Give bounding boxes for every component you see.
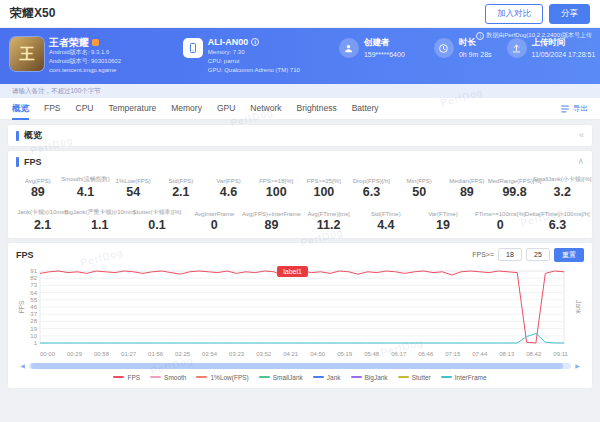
device-info-icon[interactable]: i	[251, 38, 259, 46]
device-meta: ALI-AN00 i Memory: 7.30 CPU: parrot GPU:…	[208, 37, 300, 75]
x-axis-tick: 00:00	[40, 351, 55, 360]
metric-value: 2.1	[157, 185, 205, 199]
svg-text:28: 28	[30, 318, 37, 324]
tab-memory[interactable]: Memory	[171, 98, 202, 120]
fps-metrics-row-1: Avg(FPS)89Smooth(流畅指数)4.11%Low(FPS)54Std…	[8, 172, 592, 205]
upload-source-note: i 数据由PerfDog(10.2.2.2400)版本号上传	[476, 31, 592, 40]
metric-label: Avg(FTime)[ms]	[300, 205, 357, 217]
legend-item-FPS[interactable]: FPS	[113, 374, 140, 381]
scrollbar-track[interactable]	[29, 363, 571, 369]
legend-item-SmallJank[interactable]: SmallJank	[259, 374, 303, 381]
game-platform-badge-icon	[92, 39, 99, 46]
scroll-left-icon[interactable]: ◀	[18, 362, 27, 369]
metric-value: 100	[300, 185, 348, 199]
svg-text:91: 91	[30, 268, 37, 274]
fps-range-label: FPS>=	[472, 251, 494, 258]
overview-section: 概览 «	[8, 125, 592, 146]
metric-label: FPS>=18[%]	[252, 172, 300, 184]
x-axis-tick: 00:29	[67, 351, 82, 360]
metric-label: MedRange(FPS)[%]	[491, 172, 539, 184]
metric-value: 89	[443, 185, 491, 199]
metric-label: SmallJank(小卡顿)[%]	[538, 172, 586, 184]
fps-chart-title: FPS	[16, 250, 34, 260]
legend-marker	[259, 376, 270, 378]
metric-Avg(FPS): Avg(FPS)89	[14, 172, 62, 199]
metric-Var(FTime): Var(FTime)19	[414, 205, 471, 232]
legend-label: 1%Low(FPS)	[210, 374, 248, 381]
scrollbar-thumb[interactable]	[31, 363, 563, 369]
scroll-right-icon[interactable]: ▶	[573, 362, 582, 369]
metric-Avg(FPS)+InterFrame: Avg(FPS)+InterFrame89	[243, 205, 300, 232]
legend-marker	[113, 376, 124, 378]
game-name: 王者荣耀	[49, 37, 89, 48]
info-banner: i 数据由PerfDog(10.2.2.2400)版本号上传 王 王者荣耀 An…	[0, 28, 600, 84]
clock-icon	[434, 38, 454, 58]
compare-button[interactable]: 加入对比	[485, 4, 543, 24]
metric-FTime>=100ms[%]: FTime>=100ms[%]0	[472, 205, 529, 232]
device-model-row: ALI-AN00 i	[208, 37, 300, 48]
metric-label: Std(FPS)	[157, 172, 205, 184]
main-content: 概览 « FPS ∧ Avg(FPS)89Smooth(流畅指数)4.11%Lo…	[0, 120, 600, 392]
metric-Stutter(卡顿率)[%]: Stutter(卡顿率)[%]0.1	[128, 205, 185, 232]
chart-x-axis: 00:0000:2900:5801:2701:5602:2502:5403:23…	[16, 351, 584, 360]
share-button[interactable]: 分享	[549, 4, 590, 24]
chart-legend: FPSSmooth1%Low(FPS)SmallJankJankBigJankS…	[16, 370, 584, 384]
collapse-fps-icon[interactable]: ∧	[577, 157, 584, 166]
legend-label: FPS	[127, 374, 140, 381]
tab-battery[interactable]: Battery	[352, 98, 379, 120]
metric-label: Median(FPS)	[443, 172, 491, 184]
collapse-all-icon[interactable]: «	[579, 131, 584, 140]
x-axis-tick: 03:23	[229, 351, 244, 360]
creator-meta: 创建者 159*****6400	[364, 37, 405, 58]
legend-label: InterFrame	[455, 374, 487, 381]
metric-label: Min(FPS)	[395, 172, 443, 184]
fps-metrics-header: FPS ∧	[8, 151, 592, 172]
x-axis-tick: 04:50	[310, 351, 325, 360]
phone-icon	[183, 38, 203, 58]
svg-text:19: 19	[30, 326, 37, 332]
game-icon: 王	[10, 37, 44, 71]
upload-icon	[507, 38, 527, 58]
metric-FPS>=18[%]: FPS>=18[%]100	[252, 172, 300, 199]
chart-scrollbar[interactable]: ◀ ▶	[18, 361, 582, 370]
metric-value: 100	[252, 185, 300, 199]
fps-chart-plot[interactable]: 918273645546372819101FPSJank label1	[16, 263, 584, 351]
legend-item-Stutter[interactable]: Stutter	[398, 374, 431, 381]
metric-FPS>=25[%]: FPS>=25[%]100	[300, 172, 348, 199]
export-button[interactable]: 导出	[560, 104, 588, 114]
tab-cpu[interactable]: CPU	[76, 98, 94, 120]
fps-metrics-title: FPS	[24, 157, 42, 167]
x-axis-tick: 02:25	[175, 351, 190, 360]
tab-overview[interactable]: 概览	[12, 98, 29, 120]
svg-text:Jank: Jank	[575, 300, 582, 314]
metric-label: 1%Low(FPS)	[109, 172, 157, 184]
fps-high-input[interactable]	[526, 248, 550, 261]
info-icon: i	[476, 32, 484, 40]
tab-temperature[interactable]: Temperature	[108, 98, 156, 120]
metric-SmallJank(小卡顿)[%]: SmallJank(小卡顿)[%]3.2	[538, 172, 586, 199]
tab-brightness[interactable]: Brightness	[297, 98, 337, 120]
fps-metrics-row-2: Jank(卡顿)(/10min)2.1BigJank(严重卡顿)(/10min)…	[8, 205, 592, 238]
page-title: 荣耀X50	[10, 5, 55, 22]
tab-fps[interactable]: FPS	[44, 98, 61, 120]
reset-button[interactable]: 重置	[554, 248, 584, 262]
metric-Var(FPS): Var(FPS)4.6	[205, 172, 253, 199]
legend-item-Smooth[interactable]: Smooth	[150, 374, 186, 381]
metric-Median(FPS): Median(FPS)89	[443, 172, 491, 199]
x-axis-tick: 06:46	[418, 351, 433, 360]
metric-MedRange(FPS)[%]: MedRange(FPS)[%]99.8	[491, 172, 539, 199]
legend-item-1%Low(FPS)[interactable]: 1%Low(FPS)	[196, 374, 248, 381]
device-memory: Memory: 7.30	[208, 48, 300, 57]
tab-network[interactable]: Network	[250, 98, 281, 120]
metric-value: 89	[243, 218, 300, 232]
remark-input-bar[interactable]: 请输入备注，不超过100个字节	[0, 84, 600, 98]
fps-low-input[interactable]	[498, 248, 522, 261]
tab-gpu[interactable]: GPU	[217, 98, 235, 120]
metric-label: Drop(FPS)[/h]	[348, 172, 396, 184]
legend-item-BigJank[interactable]: BigJank	[351, 374, 388, 381]
section-accent-bar	[16, 131, 19, 141]
legend-item-InterFrame[interactable]: InterFrame	[441, 374, 487, 381]
creator-label: 创建者	[364, 37, 405, 47]
svg-text:1: 1	[34, 340, 38, 346]
legend-item-Jank[interactable]: Jank	[313, 374, 341, 381]
